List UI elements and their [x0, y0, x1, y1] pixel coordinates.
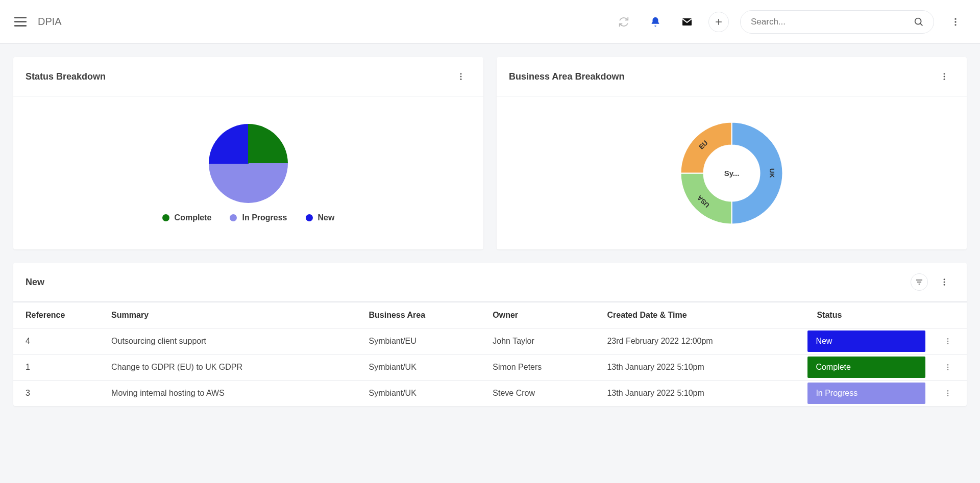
svg-point-23	[947, 390, 948, 392]
th-created[interactable]: Created Date & Time	[595, 302, 804, 328]
svg-point-9	[944, 76, 945, 78]
th-summary[interactable]: Summary	[99, 302, 356, 328]
legend-new[interactable]: New	[306, 213, 335, 222]
cell-summary: Change to GDPR (EU) to UK GDPR	[99, 354, 356, 380]
svg-point-1	[915, 18, 921, 24]
cell-created: 13th January 2022 5:10pm	[595, 380, 804, 406]
svg-point-24	[947, 393, 948, 394]
business-card-menu-icon[interactable]	[934, 66, 954, 87]
legend-in-progress[interactable]: In Progress	[230, 213, 287, 222]
business-donut-chart: UKUSAEU Sy...	[679, 121, 784, 225]
svg-point-3	[954, 21, 956, 22]
svg-point-16	[944, 284, 945, 286]
add-button[interactable]	[708, 12, 729, 32]
cell-reference: 3	[13, 380, 99, 406]
cell-owner: John Taylor	[480, 328, 595, 354]
business-card-title: Business Area Breakdown	[509, 71, 624, 82]
svg-point-14	[944, 278, 945, 280]
row-menu-icon[interactable]	[941, 389, 954, 397]
table-row[interactable]: 4 Outsourcing client support Symbiant/EU…	[13, 328, 967, 354]
cell-reference: 4	[13, 328, 99, 354]
cell-owner: Simon Peters	[480, 354, 595, 380]
svg-point-10	[944, 79, 945, 80]
business-area-card: Business Area Breakdown UKUSAEU Sy...	[497, 57, 967, 249]
status-badge: Complete	[807, 357, 925, 378]
status-badge: In Progress	[807, 383, 925, 404]
cell-reference: 1	[13, 354, 99, 380]
legend-new-label: New	[318, 213, 335, 222]
row-menu-icon[interactable]	[941, 337, 954, 345]
legend-in-progress-label: In Progress	[242, 213, 287, 222]
svg-point-17	[947, 338, 948, 340]
table-row[interactable]: 3 Moving internal hosting to AWS Symbian…	[13, 380, 967, 406]
main-content: Status Breakdown Complete In Progress	[0, 44, 980, 419]
cell-created: 23rd February 2022 12:00pm	[595, 328, 804, 354]
search-field[interactable]	[740, 10, 934, 34]
cell-business-area: Symbiant/EU	[356, 328, 480, 354]
svg-point-22	[947, 369, 948, 370]
bell-icon[interactable]	[645, 12, 666, 32]
page-title: DPIA	[38, 16, 62, 28]
svg-point-15	[944, 282, 945, 283]
app-header: DPIA	[0, 0, 980, 44]
filter-icon[interactable]	[911, 273, 928, 291]
search-input[interactable]	[750, 16, 913, 28]
svg-point-21	[947, 367, 948, 368]
svg-point-20	[947, 364, 948, 366]
svg-point-19	[947, 343, 948, 344]
table-row[interactable]: 1 Change to GDPR (EU) to UK GDPR Symbian…	[13, 354, 967, 380]
sync-icon[interactable]	[614, 12, 634, 32]
table-card: New Reference Summary Business Area Own	[13, 263, 967, 406]
cell-business-area: Symbiant/UK	[356, 354, 480, 380]
th-owner[interactable]: Owner	[480, 302, 595, 328]
status-pie-chart	[209, 124, 288, 203]
cell-created: 13th January 2022 5:10pm	[595, 354, 804, 380]
th-status[interactable]: Status	[804, 302, 928, 328]
th-reference[interactable]: Reference	[13, 302, 99, 328]
legend-complete-label: Complete	[175, 213, 212, 222]
status-card-title: Status Breakdown	[26, 71, 106, 82]
svg-point-18	[947, 341, 948, 342]
search-icon[interactable]	[913, 16, 924, 28]
cell-summary: Outsourcing client support	[99, 328, 356, 354]
svg-point-6	[460, 76, 462, 78]
overflow-menu-icon[interactable]	[945, 12, 966, 32]
dpia-table: Reference Summary Business Area Owner Cr…	[13, 302, 967, 406]
row-menu-icon[interactable]	[941, 363, 954, 371]
cell-business-area: Symbiant/UK	[356, 380, 480, 406]
status-card-menu-icon[interactable]	[451, 66, 471, 87]
mail-icon[interactable]	[677, 12, 697, 32]
donut-center-label: Sy...	[724, 169, 740, 177]
legend-complete[interactable]: Complete	[162, 213, 212, 222]
th-business-area[interactable]: Business Area	[356, 302, 480, 328]
status-breakdown-card: Status Breakdown Complete In Progress	[13, 57, 483, 249]
svg-point-5	[460, 73, 462, 74]
svg-text:UK: UK	[768, 168, 776, 178]
svg-point-2	[954, 18, 956, 19]
table-menu-icon[interactable]	[934, 272, 954, 292]
hamburger-icon[interactable]	[14, 17, 27, 27]
cell-owner: Steve Crow	[480, 380, 595, 406]
svg-point-8	[944, 73, 945, 74]
table-title: New	[26, 277, 44, 288]
svg-point-25	[947, 395, 948, 396]
svg-point-7	[460, 79, 462, 80]
svg-point-4	[954, 24, 956, 26]
status-badge: New	[807, 331, 925, 352]
cell-summary: Moving internal hosting to AWS	[99, 380, 356, 406]
status-legend: Complete In Progress New	[162, 213, 335, 222]
